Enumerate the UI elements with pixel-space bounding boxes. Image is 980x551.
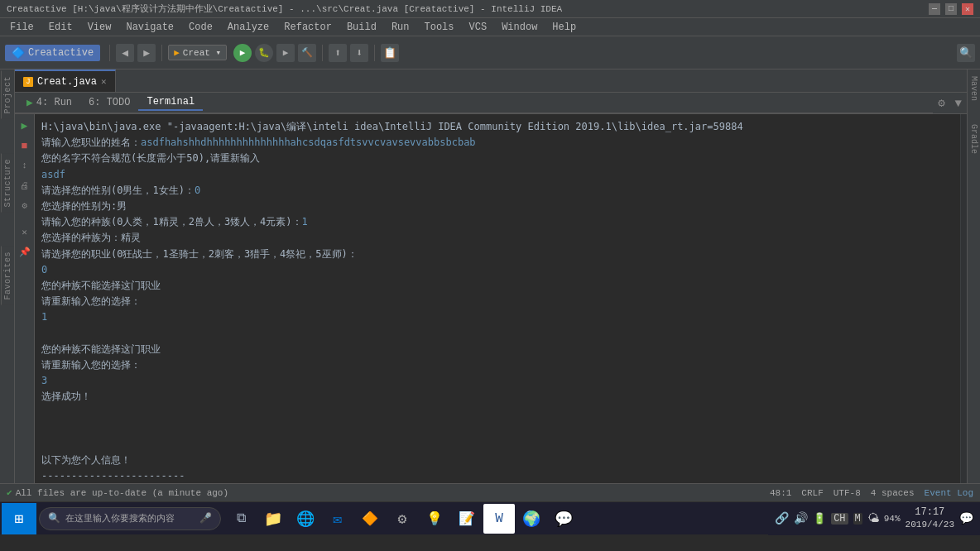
taskbar-app-wechat[interactable]: 💬 — [548, 504, 579, 534]
menu-file[interactable]: File — [3, 20, 41, 35]
cursor-position[interactable]: 48:1 — [770, 488, 791, 498]
menu-edit[interactable]: Edit — [42, 20, 79, 35]
run-button[interactable]: ▶ — [233, 44, 252, 62]
run-print-icon[interactable]: 🖨 — [17, 177, 33, 194]
start-button[interactable]: ⊞ — [2, 503, 36, 534]
java-file-icon: J — [23, 77, 33, 87]
status-left: ✔ All files are up-to-date (a minute ago… — [7, 487, 228, 498]
right-maven-icon[interactable]: Maven — [968, 73, 980, 104]
menu-vcs[interactable]: VCS — [463, 20, 494, 35]
taskbar-app-mail[interactable]: ✉ — [322, 504, 353, 534]
structure-tab[interactable]: Structure — [1, 154, 14, 213]
run-pin-icon[interactable]: 📌 — [17, 243, 33, 260]
tray-ch-icon[interactable]: CH — [831, 513, 848, 525]
console-line-1: 请输入您职业的姓名：asdfhahshhdhhhhhhhhhhhhhhahcsd… — [41, 135, 954, 151]
taskbar-app-orange[interactable]: 🔶 — [354, 504, 386, 534]
menu-tools[interactable]: Tools — [418, 20, 461, 35]
back-icon[interactable]: ◀ — [116, 44, 134, 62]
line-ending[interactable]: CRLF — [801, 488, 823, 498]
taskbar-app-edge[interactable]: 🌐 — [290, 504, 321, 534]
project-tab[interactable]: Project — [1, 71, 14, 119]
run-scroll-icon[interactable]: ↕ — [17, 157, 33, 174]
run-config-dropdown[interactable]: ▶ Creat ▾ — [168, 45, 227, 60]
run-stop-icon[interactable]: ■ — [17, 137, 33, 154]
menu-run[interactable]: Run — [385, 20, 416, 35]
tray-battery-pct: 94% — [884, 514, 901, 524]
console-line-2: 您的名字不符合规范(长度需小于50),请重新输入 — [41, 151, 954, 166]
editor-tab-bar: J Creat.java ✕ — [15, 69, 967, 93]
run-side-toolbar: ▶ ■ ↕ 🖨 ⚙ ✕ 📌 — [15, 114, 35, 483]
taskbar-app-settings[interactable]: ⚙ — [387, 504, 418, 534]
console-line-blank-1 — [41, 325, 954, 341]
update-button[interactable]: ⬇ — [350, 44, 368, 62]
menu-code[interactable]: Code — [182, 20, 219, 35]
tray-action-center[interactable]: 💬 — [959, 511, 973, 525]
console-line-blank-4 — [41, 437, 954, 453]
tray-m-icon[interactable]: M — [853, 513, 862, 525]
run-settings-icon[interactable]: ⚙ — [17, 197, 33, 213]
run-tab-todo[interactable]: 6: TODO — [80, 95, 138, 110]
build-button[interactable]: 🔨 — [298, 44, 316, 62]
console-line-10: 您的种族不能选择这门职业 — [41, 278, 954, 294]
tab-close-icon[interactable]: ✕ — [101, 76, 107, 87]
taskbar-search-bar[interactable]: 🔍 在这里输入你要搜索的内容 🎤 — [39, 507, 221, 530]
encoding[interactable]: UTF-8 — [833, 488, 861, 498]
run-panel-settings-icon[interactable]: ⚙ — [933, 96, 949, 110]
structure-button[interactable]: 📋 — [381, 44, 399, 62]
vcs-button[interactable]: ⬆ — [329, 44, 347, 62]
console-line-9: 0 — [41, 262, 954, 278]
console-line-13: 您的种族不能选择这门职业 — [41, 342, 954, 357]
menu-build[interactable]: Build — [340, 20, 383, 35]
taskbar-app-idea[interactable]: 💡 — [419, 504, 450, 534]
console-line-11: 请重新输入您的选择： — [41, 294, 954, 309]
debug-button[interactable]: 🐛 — [255, 44, 273, 62]
run-rerun-icon[interactable]: ▶ — [17, 117, 33, 134]
creat-java-tab[interactable]: J Creat.java ✕ — [15, 69, 116, 92]
indent-info[interactable]: 4 spaces — [871, 488, 915, 498]
console-line-6: 请输入您的种族(0人类，1精灵，2兽人，3矮人，4元素)：1 — [41, 214, 954, 230]
main-area: Project Structure Favorites J Creat.java… — [0, 69, 980, 483]
maximize-button[interactable]: □ — [945, 3, 957, 15]
git-status-icon: ✔ — [7, 487, 12, 498]
toolbar-separator-1 — [109, 45, 110, 61]
menu-view[interactable]: View — [81, 20, 118, 35]
coverage-button[interactable]: ▶ — [276, 44, 295, 62]
right-gradle-icon[interactable]: Gradle — [968, 121, 980, 157]
menu-analyze[interactable]: Analyze — [221, 20, 276, 35]
menu-refactor[interactable]: Refactor — [277, 20, 339, 35]
menu-navigate[interactable]: Navigate — [119, 20, 180, 35]
right-panel: Maven Gradle — [967, 69, 980, 483]
taskbar-app-word[interactable]: W — [483, 504, 515, 534]
run-panel-header: ▶ 4: Run 6: TODO Terminal ⚙ ▼ — [15, 93, 967, 114]
console-line-4: 请选择您的性别(0男生，1女生)：0 — [41, 183, 954, 199]
event-log[interactable]: Event Log — [925, 488, 973, 498]
run-content: ▶ ■ ↕ 🖨 ⚙ ✕ 📌 H:\java\bin\java.exe "-jav… — [15, 114, 967, 483]
forward-icon[interactable]: ▶ — [137, 44, 156, 62]
search-icon: 🔍 — [48, 512, 60, 525]
taskbar-app-vscode[interactable]: 📝 — [451, 504, 483, 534]
minimize-button[interactable]: — — [929, 3, 940, 15]
taskbar-app-chrome[interactable]: 🌍 — [516, 504, 547, 534]
taskbar: ⊞ 🔍 在这里输入你要搜索的内容 🎤 ⧉ 📁 🌐 ✉ 🔶 ⚙ 💡 📝 W 🌍 💬… — [0, 501, 980, 534]
run-tab-terminal[interactable]: Terminal — [138, 94, 203, 111]
tray-weather-icon[interactable]: 🌤 — [867, 512, 879, 525]
toolbar: 🔷 Creatactive ◀ ▶ ▶ Creat ▾ ▶ 🐛 ▶ 🔨 ⬆ ⬇ … — [0, 36, 980, 69]
search-everywhere-icon[interactable]: 🔍 — [957, 44, 975, 62]
console-line-7: 您选择的种族为：精灵 — [41, 230, 954, 246]
run-panel-hide-icon[interactable]: ▼ — [950, 97, 967, 110]
menu-window[interactable]: Window — [495, 20, 544, 35]
close-button[interactable]: ✕ — [962, 3, 973, 15]
favorites-tab[interactable]: Favorites — [1, 247, 14, 305]
taskbar-search-text: 在这里输入你要搜索的内容 — [65, 512, 175, 525]
clock[interactable]: 17:17 2019/4/23 — [906, 506, 954, 531]
tray-volume-icon[interactable]: 🔊 — [794, 511, 808, 525]
taskbar-app-explorer[interactable]: 📁 — [257, 504, 289, 534]
taskbar-app-multitask[interactable]: ⧉ — [225, 504, 257, 534]
console-output: H:\java\bin\java.exe "-javaagent:H:\java… — [35, 114, 960, 483]
tray-battery-icon[interactable]: 🔋 — [813, 512, 826, 525]
status-bar: ✔ All files are up-to-date (a minute ago… — [0, 483, 980, 501]
menu-help[interactable]: Help — [545, 20, 583, 35]
tray-network-icon[interactable]: 🔗 — [775, 511, 789, 525]
run-close-icon[interactable]: ✕ — [17, 223, 33, 240]
run-tab-run[interactable]: ▶ 4: Run — [18, 94, 80, 111]
